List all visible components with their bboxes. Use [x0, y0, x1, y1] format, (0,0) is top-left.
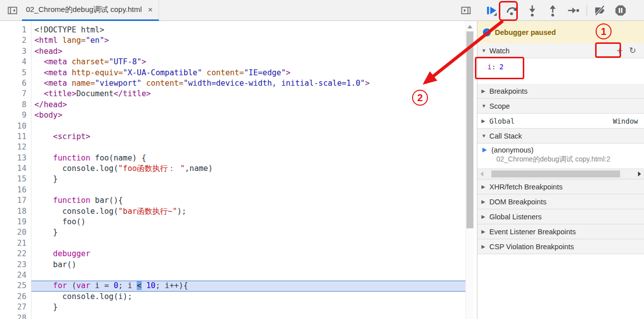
- section-watch[interactable]: ▼ Watch + ↻: [477, 43, 644, 58]
- section-global-listeners[interactable]: ▶ Global Listeners: [477, 209, 644, 224]
- watch-colon: :: [491, 63, 495, 71]
- line-number[interactable]: 22: [0, 249, 31, 259]
- line-number[interactable]: 5: [0, 68, 31, 78]
- code-text: <meta http-equiv="X-UA-Compatible" conte…: [31, 68, 465, 78]
- scrollbar-right-arrow-icon[interactable]: [638, 171, 641, 176]
- line-number[interactable]: 15: [0, 174, 31, 184]
- resume-script-button[interactable]: [482, 2, 500, 19]
- section-breakpoints[interactable]: ▶ Breakpoints: [477, 84, 644, 99]
- add-watch-button[interactable]: +: [613, 45, 626, 57]
- code-text: function foo(name) {: [31, 153, 465, 163]
- code-line: 12: [0, 142, 465, 153]
- line-number[interactable]: 3: [0, 46, 31, 57]
- line-number[interactable]: 10: [0, 121, 31, 132]
- pause-on-exceptions-button[interactable]: [612, 2, 630, 19]
- line-number[interactable]: 8: [0, 100, 31, 110]
- line-number[interactable]: 17: [0, 195, 31, 206]
- line-number[interactable]: 6: [0, 78, 31, 89]
- section-scope[interactable]: ▼ Scope: [477, 99, 644, 114]
- code-line: 8</head>: [0, 100, 465, 110]
- sidebar-toggle-icon[interactable]: [459, 4, 473, 17]
- code-lines: 1<!DOCTYPE html>2<html lang="en">3<head>…: [0, 25, 465, 319]
- scope-global-row[interactable]: ▶ Global Window: [477, 114, 644, 129]
- line-number[interactable]: 7: [0, 89, 31, 99]
- code-line: 16: [0, 185, 465, 195]
- step-over-button[interactable]: [503, 2, 521, 19]
- line-number[interactable]: 25: [0, 281, 31, 291]
- code-text: <body>: [31, 110, 465, 121]
- code-text: [31, 121, 465, 132]
- section-csp-breakpoints[interactable]: ▶ CSP Violation Breakpoints: [477, 239, 644, 254]
- line-number[interactable]: 2: [0, 35, 31, 46]
- code-text: }: [31, 302, 465, 313]
- scope-label: Scope: [489, 102, 510, 110]
- code-line: 6 <meta name="viewport" content="width=d…: [0, 78, 465, 89]
- file-tab[interactable]: 02_Chrome的debug调试 copy.html ×: [22, 0, 159, 21]
- watch-expression-row[interactable]: i:2: [477, 60, 644, 73]
- line-number[interactable]: 23: [0, 260, 31, 270]
- toolbar-divider: [587, 5, 587, 16]
- call-stack-horizontal-scrollbar[interactable]: [477, 168, 644, 179]
- section-event-listener-breakpoints[interactable]: ▶ Event Listener Breakpoints: [477, 224, 644, 239]
- line-number[interactable]: 21: [0, 238, 31, 249]
- line-number[interactable]: 26: [0, 292, 31, 302]
- watch-name: i: [487, 63, 491, 71]
- code-text: function bar(){: [31, 195, 465, 206]
- editor-vertical-scrollbar[interactable]: [465, 21, 474, 319]
- code-line: 20 }: [0, 227, 465, 238]
- watch-label: Watch: [489, 47, 510, 55]
- devtools-sources-panel: 02_Chrome的debug调试 copy.html ×: [0, 0, 644, 319]
- deactivate-breakpoints-button[interactable]: [591, 2, 609, 19]
- code-text: [31, 185, 465, 195]
- line-number[interactable]: 12: [0, 142, 31, 153]
- code-line: 7 <title>Document</title>: [0, 89, 465, 99]
- global-listeners-label: Global Listeners: [489, 213, 542, 221]
- navigator-toggle-icon[interactable]: [6, 4, 19, 17]
- file-tab-title: 02_Chrome的debug调试 copy.html: [26, 5, 142, 14]
- code-text: bar(): [31, 260, 465, 270]
- debugger-paused-label: Debugger paused: [495, 28, 556, 36]
- tab-close-icon[interactable]: ×: [148, 5, 153, 14]
- line-number[interactable]: 24: [0, 270, 31, 281]
- line-number[interactable]: 16: [0, 185, 31, 195]
- line-number[interactable]: 13: [0, 153, 31, 163]
- call-stack-frame[interactable]: (anonymous) 02_Chrome的debug调试 copy.html:…: [477, 144, 644, 168]
- line-number[interactable]: 1: [0, 25, 31, 35]
- chevron-down-icon: ▼: [481, 133, 489, 139]
- code-text: </head>: [31, 100, 465, 110]
- code-text: foo(): [31, 217, 465, 227]
- line-number[interactable]: 27: [0, 302, 31, 313]
- code-text: <html lang="en">: [31, 35, 465, 46]
- line-number[interactable]: 14: [0, 163, 31, 174]
- line-number[interactable]: 19: [0, 217, 31, 227]
- line-number[interactable]: 18: [0, 206, 31, 217]
- code-line: 24: [0, 270, 465, 281]
- current-frame-icon: [482, 148, 487, 153]
- code-text: console.log(i);: [31, 292, 465, 302]
- code-line: 22 debugger: [0, 249, 465, 259]
- chevron-right-icon: ▶: [481, 199, 489, 204]
- line-number[interactable]: 20: [0, 227, 31, 238]
- code-line: 15 }: [0, 174, 465, 184]
- step-button[interactable]: [564, 2, 582, 19]
- refresh-watch-button[interactable]: ↻: [626, 45, 639, 57]
- code-line: 18 console.log("bar函数执行~");: [0, 206, 465, 217]
- scrollbar-left-arrow-icon[interactable]: [480, 171, 483, 176]
- code-text: for (var i = 0; i < 10; i++){: [31, 281, 465, 291]
- code-text: [31, 313, 465, 319]
- code-line: 2<html lang="en">: [0, 35, 465, 46]
- section-call-stack[interactable]: ▼ Call Stack: [477, 129, 644, 144]
- section-dom-breakpoints[interactable]: ▶ DOM Breakpoints: [477, 194, 644, 209]
- line-number[interactable]: 28: [0, 313, 31, 319]
- line-number[interactable]: 11: [0, 132, 31, 142]
- watch-value: 2: [499, 63, 503, 71]
- step-out-button[interactable]: [544, 2, 562, 19]
- step-into-button[interactable]: [523, 2, 541, 19]
- line-number[interactable]: 9: [0, 110, 31, 121]
- gutter-border: [31, 21, 31, 319]
- line-number[interactable]: 4: [0, 57, 31, 67]
- section-xhr-breakpoints[interactable]: ▶ XHR/fetch Breakpoints: [477, 179, 644, 194]
- scrollbar-thumb[interactable]: [466, 31, 473, 228]
- scrollbar-thumb[interactable]: [491, 170, 620, 177]
- scrollbar-up-arrow-icon[interactable]: [467, 25, 472, 28]
